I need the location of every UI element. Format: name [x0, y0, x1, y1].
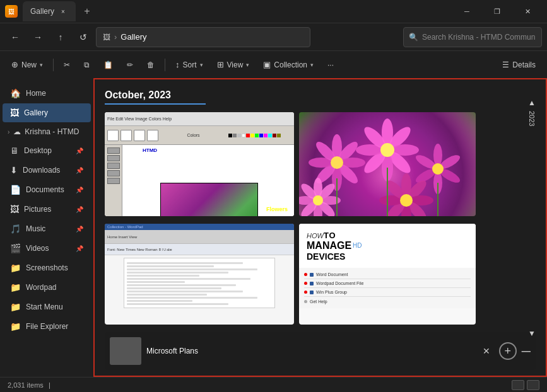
status-icons	[512, 380, 539, 390]
sidebar-item-pictures[interactable]: 🖼 Pictures 📌	[3, 200, 91, 219]
gallery-tab[interactable]: Gallery ×	[23, 1, 76, 21]
pictures-icon: 🖼	[10, 204, 19, 214]
pin-icon: 📌	[76, 226, 83, 233]
delete-button[interactable]: 🗑	[141, 54, 161, 76]
sidebar-item-label: Gallery	[24, 108, 48, 117]
folder-icon: 📁	[10, 321, 21, 331]
sidebar-item-screenshots[interactable]: 📁 Screenshots	[3, 258, 91, 277]
paint-thumbnail[interactable]: File Edit View Image Colors Help Colors	[105, 112, 294, 216]
status-bar: 2,031 items |	[0, 377, 547, 392]
sidebar-item-downloads[interactable]: ⬇ Downloads 📌	[3, 161, 91, 180]
paint-canvas-content	[160, 183, 258, 216]
htmd-thumbnail[interactable]: HOW TO MANAGE HD DEVICES	[299, 224, 476, 325]
videos-icon: 🎬	[10, 243, 21, 253]
tab-label: Gallery	[30, 7, 54, 16]
svg-point-33	[313, 195, 323, 205]
music-icon: 🎵	[10, 224, 21, 234]
svg-point-24	[432, 163, 444, 175]
expand-arrow: ›	[8, 129, 9, 135]
word-inner: Collection - WordPad Home Insert View Fo…	[105, 224, 294, 325]
sidebar-item-gallery[interactable]: 🖼 Gallery	[3, 103, 91, 122]
gallery-row-1: File Edit View Image Colors Help Colors	[105, 112, 536, 216]
new-button[interactable]: ⊕ New ▾	[5, 54, 49, 76]
svg-point-8	[331, 156, 343, 169]
taskbar-preview: Microsoft Plans ✕ + ─	[105, 332, 536, 370]
taskbar-dash-button[interactable]: ─	[522, 344, 531, 359]
sidebar-item-home[interactable]: 🏠 Home	[3, 84, 91, 103]
collection-button[interactable]: ▣ Collection ▾	[257, 54, 320, 76]
window-controls: ─ ❐ ✕	[452, 1, 542, 21]
htmd-list: Word Document Wordpad Document File Win …	[299, 268, 476, 308]
back-button[interactable]: ←	[5, 27, 25, 47]
forward-button[interactable]: →	[28, 27, 48, 47]
folder-icon: 📁	[10, 302, 21, 312]
copy-button[interactable]: ⧉	[78, 54, 96, 76]
details-label: Details	[512, 61, 536, 69]
view-label: View	[227, 61, 244, 69]
refresh-button[interactable]: ↺	[73, 27, 93, 47]
folder-icon: 📁	[10, 282, 21, 292]
content-area: ▲ 2023 October, 2023 File Edit View Imag…	[93, 78, 547, 377]
sidebar-item-label: Desktop	[24, 146, 52, 155]
pin-icon: 📌	[76, 147, 83, 154]
flowers-label: Flowers	[266, 206, 288, 212]
sidebar-item-start-menu[interactable]: 📁 Start Menu	[3, 297, 91, 316]
new-tab-button[interactable]: +	[78, 3, 96, 20]
paste-icon: 📋	[103, 61, 113, 69]
sidebar-item-desktop[interactable]: 🖥 Desktop 📌	[3, 141, 91, 160]
sidebar-item-label: Downloads	[23, 166, 60, 175]
sidebar-item-label: Krishna - HTMD	[25, 127, 79, 136]
sidebar-item-documents[interactable]: 📄 Documents 📌	[3, 180, 91, 199]
word-page	[124, 258, 275, 308]
close-button[interactable]: ✕	[513, 1, 542, 21]
svg-point-18	[433, 144, 442, 166]
pin-icon: 📌	[76, 245, 83, 252]
cut-button[interactable]: ✂	[57, 54, 76, 76]
more-button[interactable]: ···	[321, 54, 340, 76]
address-bar: ← → ↑ ↺ 🖼 › Gallery 🔍 Search Krishna - H…	[0, 23, 547, 50]
word-thumbnail[interactable]: Collection - WordPad Home Insert View Fo…	[105, 224, 294, 325]
sidebar-item-label: Home	[26, 89, 46, 98]
collection-icon: ▣	[263, 60, 271, 69]
sort-button[interactable]: ↕ Sort ▾	[169, 54, 209, 76]
sidebar-item-file-explorer[interactable]: 📁 File Explorer	[3, 317, 91, 336]
paint-tools	[105, 145, 122, 216]
taskbar-close-button[interactable]: ✕	[479, 343, 494, 359]
tab-container: Gallery × +	[23, 0, 452, 23]
minimize-button[interactable]: ─	[452, 1, 481, 21]
flowers-thumbnail[interactable]	[299, 112, 476, 216]
search-placeholder: Search Krishna - HTMD Commun	[422, 33, 535, 42]
up-button[interactable]: ↑	[50, 27, 71, 47]
sidebar-item-videos[interactable]: 🎬 Videos 📌	[3, 239, 91, 258]
tab-close-button[interactable]: ×	[58, 6, 68, 16]
new-caret: ▾	[40, 62, 43, 68]
view-button[interactable]: ⊞ View ▾	[211, 54, 256, 76]
view-caret: ▾	[246, 62, 249, 68]
search-icon: 🔍	[409, 33, 418, 42]
search-bar[interactable]: 🔍 Search Krishna - HTMD Commun	[403, 27, 542, 47]
paint-toolbar: File Edit View Image Colors Help	[105, 112, 294, 126]
collection-label: Collection	[274, 61, 307, 69]
gallery-row-2: Collection - WordPad Home Insert View Fo…	[105, 224, 536, 325]
rename-button[interactable]: ✏	[121, 54, 139, 76]
paste-button[interactable]: 📋	[97, 54, 119, 76]
details-icon: ☰	[502, 61, 509, 69]
sidebar-item-krishna[interactable]: › ☁ Krishna - HTMD	[3, 123, 91, 141]
sidebar-item-label: Videos	[26, 244, 49, 253]
pin-icon: 📌	[76, 206, 83, 213]
year-scroll-down[interactable]: ▼	[528, 329, 536, 338]
sidebar-item-label: Start Menu	[26, 303, 63, 311]
paint-body: HTMD Flowers	[105, 145, 294, 216]
taskbar-plus-button[interactable]: +	[499, 342, 517, 360]
sidebar-item-music[interactable]: 🎵 Music 📌	[3, 219, 91, 238]
sidebar-item-wordpad[interactable]: 📁 Wordpad	[3, 278, 91, 297]
new-icon: ⊕	[11, 60, 18, 69]
year-scroll-up[interactable]: ▲	[528, 98, 536, 107]
year-label: 2023	[528, 111, 536, 126]
copy-icon: ⧉	[84, 61, 90, 69]
maximize-button[interactable]: ❐	[483, 1, 512, 21]
details-button[interactable]: ☰ Details	[496, 54, 542, 76]
svg-point-42	[400, 194, 413, 207]
address-field[interactable]: 🖼 › Gallery	[96, 27, 310, 47]
paint-inner: File Edit View Image Colors Help Colors	[105, 112, 294, 216]
